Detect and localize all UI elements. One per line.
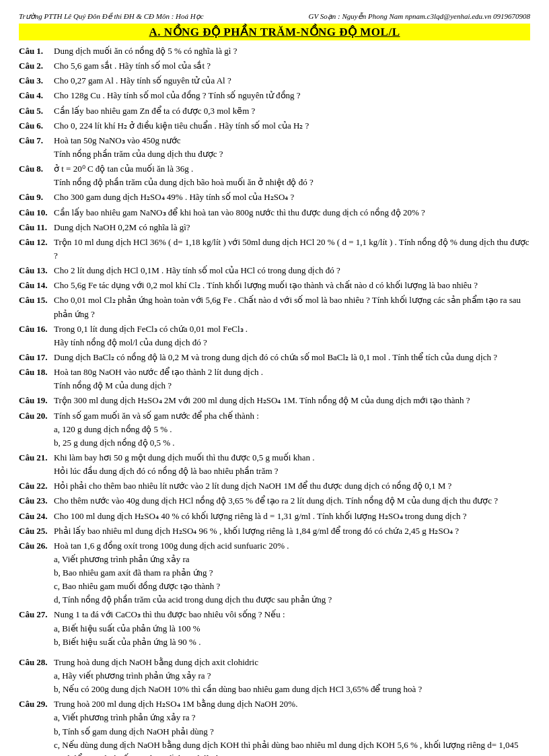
question-sub-item: a, Viết phương trình phản ứng xảy ra xyxy=(54,553,530,566)
question-number: Câu 8. xyxy=(19,162,54,176)
question-block: Câu 1.Dung dịch muối ăn có nồng độ 5 % c… xyxy=(19,44,530,58)
question-block: Câu 24.Cho 100 ml dung dịch H₂SO₄ 40 % c… xyxy=(19,510,530,523)
question-number: Câu 17. xyxy=(19,351,54,364)
question-sub-item: b, Biết hiệu suất của phản ứng là 90 % . xyxy=(54,635,530,649)
question-text: Cho 0,01 mol Cl₂ phản ứng hoàn toàn với … xyxy=(54,294,530,320)
question-text: Trung hoà 200 ml dung dịch H₂SO₄ 1M bằng… xyxy=(54,697,530,711)
question-block: Câu 15.Cho 0,01 mol Cl₂ phản ứng hoàn to… xyxy=(19,294,530,320)
question-sub-item: d, Tính nồng độ phần trăm của acid trong… xyxy=(54,593,530,607)
question-text: Cho 0, 224 lít khí H₂ ở điều kiện tiêu c… xyxy=(54,119,530,133)
question-sub-item: Tính nồng độ phần trăm của dung dịch bão… xyxy=(54,176,530,189)
question-number: Câu 26. xyxy=(19,539,54,553)
question-block: Câu 18.Hoà tan 80g NaOH vào nước để tạo … xyxy=(19,366,530,392)
question-number: Câu 18. xyxy=(19,366,54,379)
question-text: Tính số gam muối ăn và số gam nước để ph… xyxy=(54,409,530,423)
question-number: Câu 24. xyxy=(19,510,54,523)
question-block: Câu 17.Dung dịch BaCl₂ có nồng độ là 0,2… xyxy=(19,351,530,364)
question-number: Câu 28. xyxy=(19,656,54,669)
question-block: Câu 8.ở t = 20⁰ C độ tan của muối ăn là … xyxy=(19,162,530,189)
header-right: GV Soạn : Nguyễn Phong Nam npnam.c3lqd@y… xyxy=(309,12,530,21)
question-number: Câu 12. xyxy=(19,236,54,263)
question-block: Câu 25.Phải lấy bao nhiêu ml dung dịch H… xyxy=(19,524,530,538)
question-sub-item: b, 25 g dung dịch nồng độ 0,5 % . xyxy=(54,436,530,450)
questions-container: Câu 1.Dung dịch muối ăn có nồng độ 5 % c… xyxy=(19,44,530,756)
question-block: Câu 6.Cho 0, 224 lít khí H₂ ở điều kiện … xyxy=(19,119,530,133)
question-block: Câu 28.Trung hoà dung dịch NaOH bằng dun… xyxy=(19,656,530,696)
question-text: Cho 0,27 gam Al . Hãy tính số nguyên tử … xyxy=(54,74,530,88)
question-block: Câu 13.Cho 2 lít dung dịch HCl 0,1M . Hã… xyxy=(19,264,530,277)
question-number: Câu 25. xyxy=(19,524,54,538)
question-text: Trộn 300 ml dung dịch H₂SO₄ 2M với 200 m… xyxy=(54,394,530,407)
question-block: Câu 11.Dung dịch NaOH 0,2M có nghĩa là g… xyxy=(19,221,530,234)
question-text: Cho 2 lít dung dịch HCl 0,1M . Hãy tính … xyxy=(54,264,530,277)
question-sub-item: a, Biết hiệu suất của phản ứng là 100 % xyxy=(54,622,530,635)
question-number: Câu 6. xyxy=(19,119,54,133)
question-text: Hoà tan 80g NaOH vào nước để tạo thành 2… xyxy=(54,366,530,379)
question-sub-item: Tính nồng độ M của dung dịch ? xyxy=(54,379,530,392)
question-block: Câu 27.Nung 1 ta đá với CaCO₃ thì thu đư… xyxy=(19,608,530,648)
question-text: Trong 0,1 lít dung dịch FeCl₃ có chứa 0,… xyxy=(54,322,530,336)
question-number: Câu 29. xyxy=(19,697,54,711)
question-block: Câu 22.Hỏi phải cho thêm bao nhiêu lít n… xyxy=(19,479,530,493)
question-block: Câu 20.Tính số gam muối ăn và số gam nướ… xyxy=(19,409,530,450)
question-number: Câu 7. xyxy=(19,134,54,147)
question-sub-item: b, Nếu có 200g dung dịch NaOH 10% thì cầ… xyxy=(54,683,530,696)
section-title: A. NỒNG ĐỘ PHẦN TRĂM-NỒNG ĐỘ MOL/L xyxy=(19,24,530,40)
question-number: Câu 10. xyxy=(19,206,54,219)
question-sub-item: b, Tính số gam dung dịch NaOH phải dùng … xyxy=(54,725,530,738)
question-text: Cho 5,6 gam sắt . Hãy tính số mol của sắ… xyxy=(54,59,530,73)
question-sub-item: a, Viết phương trình phản ứng xảy ra ? xyxy=(54,711,530,724)
question-text: Hoà tan 1,6 g đồng oxít trong 100g dung … xyxy=(54,539,530,553)
header-line: Trường PTTH Lê Quý Đôn Đề thi ĐH & CĐ Mô… xyxy=(19,12,530,21)
question-sub-item: Hỏi lúc đầu dung dịch đó có nồng độ là b… xyxy=(54,465,530,478)
question-number: Câu 19. xyxy=(19,394,54,407)
question-sub-item: c, Nếu dùng dung dịch NaOH bằng dung dịc… xyxy=(54,738,530,756)
question-block: Câu 3.Cho 0,27 gam Al . Hãy tính số nguy… xyxy=(19,74,530,88)
question-number: Câu 14. xyxy=(19,279,54,292)
question-text: Trộn 10 ml dung dịch HCl 36% ( d= 1,18 k… xyxy=(54,236,530,263)
question-text: Cho 100 ml dung dịch H₂SO₄ 40 % có khối … xyxy=(54,510,530,523)
question-block: Câu 26.Hoà tan 1,6 g đồng oxít trong 100… xyxy=(19,539,530,607)
question-text: Hoà tan 50g NaNO₃ vào 450g nước xyxy=(54,134,530,147)
question-block: Câu 21.Khi làm bay hơi 50 g một dung dịc… xyxy=(19,451,530,478)
question-block: Câu 14.Cho 5,6g Fe tác dụng với 0,2 mol … xyxy=(19,279,530,292)
question-text: Cho thêm nước vào 40g dung dịch HCl nồng… xyxy=(54,494,530,508)
question-text: Dung dịch muối ăn có nồng độ 5 % có nghĩ… xyxy=(54,44,530,58)
question-text: Dung dịch NaOH 0,2M có nghĩa là gì? xyxy=(54,221,530,234)
question-text: Hỏi phải cho thêm bao nhiêu lít nước vào… xyxy=(54,479,530,493)
question-block: Câu 16.Trong 0,1 lít dung dịch FeCl₃ có … xyxy=(19,322,530,349)
question-block: Câu 5.Cần lấy bao nhiêu gam Zn để ta có … xyxy=(19,104,530,118)
question-sub-item: a, 120 g dung dịch nồng độ 5 % . xyxy=(54,423,530,436)
question-number: Câu 15. xyxy=(19,294,54,320)
question-block: Câu 4.Cho 128g Cu . Hãy tính số mol của … xyxy=(19,89,530,102)
question-sub-item: b, Bao nhiêu gam axít đã tham ra phản ứn… xyxy=(54,566,530,580)
header-left: Trường PTTH Lê Quý Đôn Đề thi ĐH & CĐ Mô… xyxy=(19,12,204,21)
question-number: Câu 2. xyxy=(19,59,54,73)
question-block: Câu 23.Cho thêm nước vào 40g dung dịch H… xyxy=(19,494,530,508)
question-text: Cần lấy bao nhiêu gam NaNO₃ để khi hoà t… xyxy=(54,206,530,219)
question-number: Câu 5. xyxy=(19,104,54,118)
question-block: Câu 10.Cần lấy bao nhiêu gam NaNO₃ để kh… xyxy=(19,206,530,219)
question-block: Câu 29.Trung hoà 200 ml dung dịch H₂SO₄ … xyxy=(19,697,530,756)
question-number: Câu 27. xyxy=(19,608,54,621)
question-number: Câu 9. xyxy=(19,191,54,204)
question-text: Cho 300 gam dung dịch H₂SO₄ 49% . Hãy tí… xyxy=(54,191,530,204)
question-number: Câu 20. xyxy=(19,409,54,423)
question-number: Câu 22. xyxy=(19,479,54,493)
question-number: Câu 11. xyxy=(19,221,54,234)
question-text: Nung 1 ta đá với CaCO₃ thì thu được bao … xyxy=(54,608,530,621)
question-block: Câu 7.Hoà tan 50g NaNO₃ vào 450g nướcTín… xyxy=(19,134,530,161)
question-text: Cho 5,6g Fe tác dụng với 0,2 mol khí Cl₂… xyxy=(54,279,530,292)
question-block: Câu 12.Trộn 10 ml dung dịch HCl 36% ( d=… xyxy=(19,236,530,263)
question-block: Câu 2.Cho 5,6 gam sắt . Hãy tính số mol … xyxy=(19,59,530,73)
question-number: Câu 4. xyxy=(19,89,54,102)
question-number: Câu 23. xyxy=(19,494,54,508)
question-text: Khi làm bay hơi 50 g một dung dịch muối … xyxy=(54,451,530,465)
question-text: Cho 128g Cu . Hãy tính số mol của đồng ?… xyxy=(54,89,530,102)
question-block: Câu 19.Trộn 300 ml dung dịch H₂SO₄ 2M vớ… xyxy=(19,394,530,407)
question-sub-item: a, Hãy viết phương trình phản ứng xảy ra… xyxy=(54,669,530,683)
question-sub-item: c, Bao nhiêu gam muối đồng được tạo thàn… xyxy=(54,580,530,593)
question-number: Câu 13. xyxy=(19,264,54,277)
question-number: Câu 1. xyxy=(19,44,54,58)
question-number: Câu 16. xyxy=(19,322,54,336)
